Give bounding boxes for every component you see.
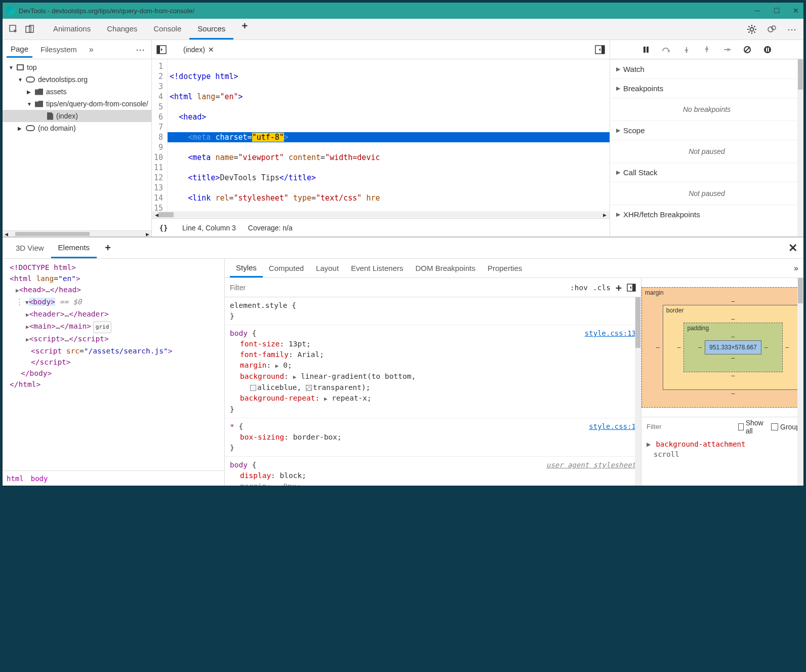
tree-index-label: (index) [56, 112, 78, 120]
inspect-element-icon[interactable] [7, 22, 21, 36]
styles-tab-layout[interactable]: Layout [310, 260, 345, 276]
debug-vscrollbar[interactable] [797, 59, 803, 236]
new-style-rule-icon[interactable]: + [616, 282, 622, 294]
close-drawer-icon[interactable]: ✕ [788, 242, 797, 255]
hov-button[interactable]: :hov [570, 284, 588, 292]
breakpoints-body: No breakpoints [610, 98, 803, 121]
tree-nodomain[interactable]: ▶ (no domain) [3, 122, 151, 134]
bm-border-label: border [666, 307, 684, 314]
editor-tab-index[interactable]: (index) ✕ [178, 43, 219, 57]
crumb-body[interactable]: body [31, 475, 48, 483]
tab-animations[interactable]: Animations [45, 19, 99, 39]
pause-on-exceptions-icon[interactable] [762, 44, 773, 55]
styles-panel-wrap: Styles Computed Layout Event Listeners D… [224, 259, 803, 486]
editor-hscrollbar[interactable]: ◂▸ [152, 211, 610, 218]
more-icon[interactable]: ⋯ [785, 22, 799, 36]
svg-line-8 [749, 26, 750, 27]
tree-domain[interactable]: ▼ devtoolstips.org [3, 73, 151, 86]
window-icon [17, 64, 24, 70]
nav-tab-filesystem[interactable]: Filesystem [36, 42, 81, 57]
tree-top-label: top [27, 63, 36, 71]
styles-filter-input[interactable] [230, 284, 565, 292]
settings-icon[interactable] [745, 22, 759, 36]
computed-list[interactable]: ▶ background-attachment scroll [641, 436, 803, 462]
add-tab-icon[interactable]: + [237, 19, 252, 33]
styles-tab-properties[interactable]: Properties [481, 260, 528, 276]
link-stylecss13[interactable]: style.css:13 [585, 328, 636, 339]
cloud-icon [26, 76, 35, 83]
line-gutter: 123456789101112131415 [152, 59, 168, 211]
toggle-debugger-icon[interactable] [593, 43, 607, 56]
rule-elementstyle[interactable]: element.style { } [225, 297, 641, 325]
cls-button[interactable]: .cls [593, 284, 611, 292]
maximize-button[interactable]: ☐ [773, 7, 780, 14]
elements-panel: <!DOCTYPE html> <html lang="en"> ▶<head>… [3, 259, 224, 486]
nav-more-icon[interactable]: ⋯ [133, 43, 147, 57]
computed-filter-input[interactable] [647, 423, 732, 430]
navigator-panel: Page Filesystem » ⋯ ▼ top ▼ devtoolstips… [3, 40, 152, 236]
svg-rect-27 [766, 48, 767, 52]
box-model[interactable]: margin – – border – – [641, 287, 803, 408]
pause-icon[interactable] [640, 44, 652, 55]
styles-tab-computed[interactable]: Computed [263, 260, 310, 276]
svg-point-20 [668, 50, 670, 52]
svg-line-11 [754, 26, 755, 27]
watch-section[interactable]: ▶Watch [610, 59, 803, 78]
tab-changes[interactable]: Changes [99, 19, 145, 39]
cursor-position: Line 4, Column 3 [182, 224, 236, 232]
svg-line-10 [749, 31, 750, 32]
toggle-navigator-icon[interactable] [155, 43, 168, 56]
breadcrumb: html body [3, 470, 224, 486]
step-into-icon[interactable] [681, 44, 692, 55]
svg-rect-1 [26, 26, 31, 32]
tab-sources[interactable]: Sources [189, 19, 233, 39]
step-out-icon[interactable] [701, 44, 712, 55]
add-drawer-tab-icon[interactable]: + [101, 241, 115, 255]
svg-rect-30 [632, 284, 635, 291]
breakpoints-section[interactable]: ▶Breakpoints [610, 78, 803, 98]
styles-tab-eventlisteners[interactable]: Event Listeners [345, 260, 409, 276]
deactivate-breakpoints-icon[interactable] [742, 44, 753, 55]
tree-assets[interactable]: ▶ assets [3, 86, 151, 98]
svg-point-3 [750, 27, 754, 31]
close-tab-icon[interactable]: ✕ [208, 46, 214, 54]
editor-panel: (index) ✕ 123456789101112131415 <!doctyp… [152, 40, 610, 236]
step-icon[interactable] [721, 44, 733, 55]
toggle-computed-icon[interactable] [627, 284, 636, 292]
rule-body-ua[interactable]: user agent stylesheet body { display: bl… [225, 457, 641, 486]
rule-body[interactable]: style.css:13 body { font-size: 13pt; fon… [225, 325, 641, 418]
close-button[interactable]: ✕ [792, 7, 799, 14]
minimize-button[interactable]: ─ [754, 7, 761, 14]
tree-tips[interactable]: ▼ tips/en/query-dom-from-console/ [3, 98, 151, 110]
computed-vscrollbar[interactable] [797, 278, 803, 486]
code-editor[interactable]: 123456789101112131415 <!doctype html> <h… [152, 59, 610, 211]
link-stylecss1[interactable]: style.css:1 [589, 421, 636, 432]
device-toggle-icon[interactable] [23, 22, 37, 36]
scope-section[interactable]: ▶Scope [610, 121, 803, 140]
nav-hscrollbar[interactable]: ◂ ▸ [3, 230, 151, 236]
showall-checkbox[interactable]: Show all [738, 419, 765, 435]
xhr-section[interactable]: ▶XHR/fetch Breakpoints [610, 205, 803, 224]
styles-tab-dombp[interactable]: DOM Breakpoints [410, 260, 481, 276]
styles-overflow-icon[interactable]: » [794, 264, 798, 273]
rule-universal[interactable]: style.css:1 * { box-sizing: border-box; … [225, 418, 641, 457]
pretty-print-icon[interactable]: {} [157, 221, 170, 234]
styles-tab-styles[interactable]: Styles [230, 259, 263, 278]
cloud-icon [26, 125, 35, 131]
feedback-icon[interactable] [765, 22, 779, 36]
nav-tab-overflow-icon[interactable]: » [85, 42, 98, 57]
crumb-html[interactable]: html [7, 475, 24, 483]
tab-console[interactable]: Console [145, 19, 189, 39]
tree-top[interactable]: ▼ top [3, 61, 151, 73]
callstack-section[interactable]: ▶Call Stack [610, 163, 803, 182]
nav-tab-page[interactable]: Page [7, 42, 32, 58]
dom-tree[interactable]: <!DOCTYPE html> <html lang="en"> ▶<head>… [3, 259, 224, 470]
styles-vscrollbar[interactable] [635, 297, 641, 486]
tab-3dview[interactable]: 3D View [9, 239, 51, 257]
step-over-icon[interactable] [661, 44, 672, 55]
tab-elements[interactable]: Elements [51, 238, 97, 258]
tree-index[interactable]: (index) [3, 110, 151, 122]
callstack-body: Not paused [610, 182, 803, 205]
bm-margin-label: margin [645, 289, 664, 296]
group-checkbox[interactable]: Group [771, 423, 800, 431]
